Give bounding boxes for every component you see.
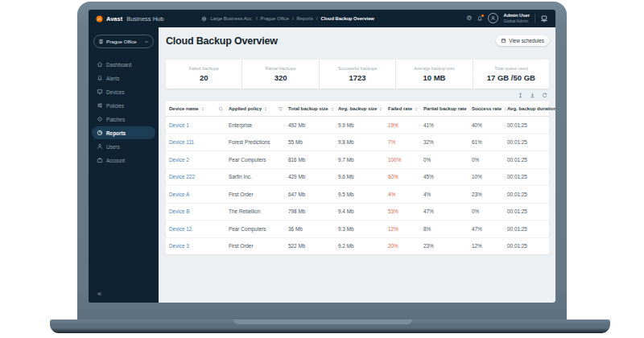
breadcrumb-item-reports[interactable]: Reports	[297, 16, 313, 21]
col-avg-backup-size[interactable]: Avg. backup size	[338, 106, 388, 112]
device-link[interactable]: Device 111	[169, 139, 229, 145]
total-size-cell: 36 Mb	[288, 226, 338, 232]
console-switch-icon[interactable]	[540, 14, 548, 23]
col-failed-rate[interactable]: Failed rate	[388, 106, 423, 112]
sidebar-item-label: Users	[106, 144, 120, 150]
notifications-icon[interactable]	[477, 15, 483, 22]
device-link[interactable]: Device 222	[169, 174, 229, 179]
policy-cell: Forest Predictions	[229, 139, 288, 145]
success-rate-cell: 10%	[472, 174, 507, 179]
avatar[interactable]	[488, 13, 498, 23]
table-header: Device name Applied policy	[166, 101, 549, 117]
sidebar-item-alerts[interactable]: Alerts	[89, 72, 159, 84]
avg-size-cell: 9.7 Mb	[338, 157, 388, 163]
duration-cell: 00:01:25	[507, 174, 552, 179]
sidebar-nav: Dashboard Alerts Devices	[89, 58, 159, 167]
device-link[interactable]: Device 1	[169, 122, 229, 128]
breadcrumb-item-account[interactable]: Large Business Acc.	[210, 16, 253, 21]
duration-cell: 00:01:25	[507, 122, 552, 128]
stat-value: 320	[275, 73, 287, 82]
user-name: Admin User	[503, 13, 530, 19]
sidebar-item-label: Account	[106, 158, 125, 163]
column-label: Avg. backup size	[338, 106, 377, 111]
chevron-down-icon	[144, 39, 149, 44]
success-rate-cell: 12%	[472, 243, 507, 249]
policy-cell: Sarfin Inc.	[229, 174, 288, 179]
device-link[interactable]: Device 2	[169, 157, 229, 163]
backup-table: Device name Applied policy	[166, 101, 549, 254]
duration-cell: 00:01:25	[507, 139, 552, 145]
sidebar-item-users[interactable]: Users	[89, 140, 159, 153]
row-height-icon[interactable]	[518, 93, 523, 98]
laptop-base	[50, 319, 610, 333]
user-info[interactable]: Admin User Global Admin	[503, 13, 530, 24]
search-icon[interactable]	[218, 106, 224, 112]
success-rate-cell: 61%	[472, 139, 507, 145]
filter-icon[interactable]	[278, 106, 283, 112]
sort-icon	[378, 106, 383, 112]
collapse-sidebar-button[interactable]: «	[97, 290, 101, 298]
monitor-icon	[97, 89, 103, 95]
success-rate-cell: 0%	[472, 157, 507, 163]
view-schedules-button[interactable]: View schedules	[496, 35, 549, 46]
duration-cell: 00:01:25	[507, 208, 552, 214]
download-icon[interactable]	[530, 93, 535, 98]
laptop-bezel: Avast Business Hub Large Business Acc. /…	[77, 2, 567, 320]
breadcrumb-separator: /	[292, 16, 294, 21]
view-schedules-label: View schedules	[509, 38, 544, 43]
gear-icon[interactable]: ⚙	[466, 15, 472, 22]
col-avg-backup-duration[interactable]: Avg. backup duration	[507, 106, 552, 112]
policy-cell: Pear Computers	[229, 226, 288, 232]
laptop-mockup: Avast Business Hub Large Business Acc. /…	[0, 0, 644, 338]
sidebar-item-patches[interactable]: Patches	[89, 113, 159, 126]
col-total-backup-size[interactable]: Total backup size	[288, 106, 338, 112]
sidebar-item-account[interactable]: Account	[89, 154, 159, 167]
col-applied-policy[interactable]: Applied policy	[229, 106, 288, 112]
column-label: Success rate	[472, 106, 502, 111]
duration-cell: 00:01:25	[507, 226, 552, 232]
column-label: Failed rate	[388, 106, 412, 111]
duration-cell: 00:01:25	[507, 243, 552, 249]
device-link[interactable]: Device 12	[169, 226, 229, 232]
col-partial-backup-rate[interactable]: Partial backup rate	[423, 106, 472, 112]
policy-cell: Enterprise	[229, 122, 288, 128]
partial-rate-cell: 47%	[423, 208, 472, 214]
sidebar-item-label: Dashboard	[106, 62, 131, 68]
laptop-notch	[233, 319, 412, 324]
total-size-cell: 816 Mb	[288, 157, 338, 163]
device-link[interactable]: Device B	[169, 208, 229, 214]
topbar-actions: ⚙ Admin User Global Admin	[466, 13, 548, 24]
col-device-name[interactable]: Device name	[169, 106, 229, 112]
device-link[interactable]: Device 3	[169, 243, 229, 249]
sort-icon	[200, 106, 205, 112]
partial-rate-cell: 41%	[423, 122, 472, 128]
breadcrumb-item-office[interactable]: Prague Office	[261, 16, 289, 21]
failed-rate-cell: 53%	[388, 208, 423, 214]
stat-partial-backups: Partial backups 320	[242, 60, 318, 89]
table-row: Device 1 Enterprise 492 Mb 9.9 Mb 19% 41…	[166, 117, 549, 134]
failed-rate-cell: 7%	[388, 139, 423, 145]
stat-total-space-used: Total space used 17 GB /50 GB	[473, 60, 549, 89]
sidebar-item-dashboard[interactable]: Dashboard	[89, 58, 159, 71]
sidebar-item-devices[interactable]: Devices	[89, 85, 159, 98]
policy-cell: The Rebellion	[229, 208, 288, 214]
total-size-cell: 429 Mb	[288, 174, 338, 179]
avg-size-cell: 9.4 Mb	[338, 208, 388, 214]
bell-icon	[97, 75, 103, 81]
page-header: Cloud Backup Overview View schedules	[166, 35, 549, 47]
table-row: Device 222 Sarfin Inc. 429 Mb 9.6 Mb 60%…	[166, 169, 549, 187]
sidebar-item-policies[interactable]: Policies	[89, 99, 159, 112]
refresh-icon[interactable]	[542, 93, 547, 98]
pie-chart-icon	[97, 130, 103, 136]
office-selector[interactable]: Prague Office	[93, 35, 154, 48]
notification-badge	[481, 14, 484, 17]
sidebar-item-reports[interactable]: Reports	[92, 126, 155, 139]
column-label: Device name	[169, 106, 199, 111]
partial-rate-cell: 45%	[423, 174, 472, 179]
sidebar-item-label: Reports	[106, 130, 126, 136]
table-row: Device B The Rebellion 798 Mb 9.4 Mb 53%…	[166, 204, 549, 221]
device-link[interactable]: Device A	[169, 192, 229, 197]
col-success-rate[interactable]: Success rate	[472, 106, 507, 112]
home-icon	[97, 61, 103, 68]
partial-rate-cell: 23%	[423, 243, 472, 249]
